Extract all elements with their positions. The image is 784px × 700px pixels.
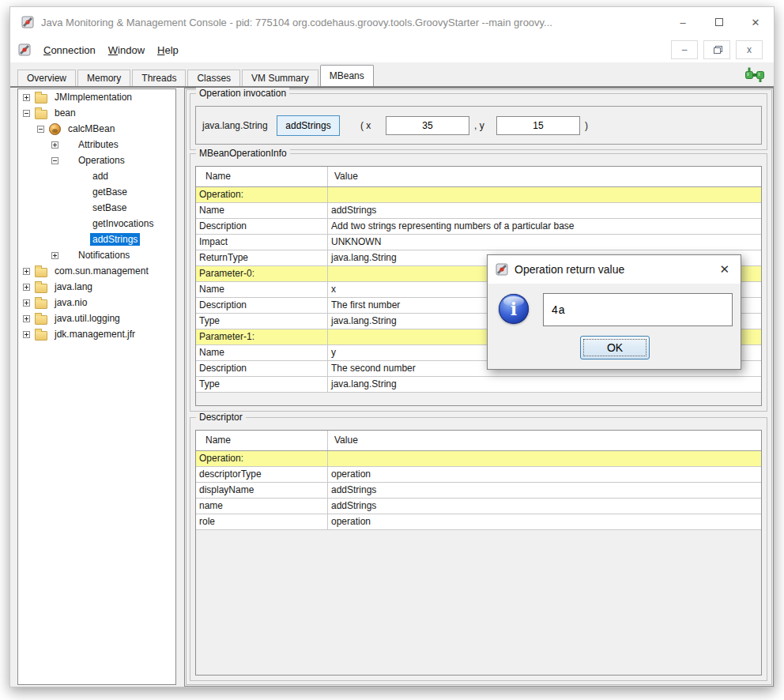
cell-value: java.lang.String: [327, 377, 761, 392]
table-row[interactable]: Typejava.lang.String: [196, 377, 761, 393]
tree-item-label: java.nio: [52, 296, 89, 309]
cell-value: Add two strings representing numbers of …: [327, 219, 761, 234]
dialog-close-icon[interactable]: ✕: [719, 262, 729, 277]
table-row[interactable]: DescriptionAdd two strings representing …: [196, 219, 761, 235]
tree-item-java-nio[interactable]: java.nio: [18, 295, 175, 310]
menu-connection[interactable]: Connection: [43, 44, 96, 56]
tree-item-java-lang[interactable]: java.lang: [18, 279, 175, 295]
table-row[interactable]: Operation:: [196, 451, 761, 467]
menu-window[interactable]: Window: [108, 44, 145, 56]
tree-item-setbase[interactable]: setBase: [18, 200, 175, 216]
tree-item-getbase[interactable]: getBase: [18, 184, 175, 200]
cell-name: ReturnType: [196, 250, 327, 265]
tab-classes[interactable]: Classes: [187, 70, 240, 86]
expand-toggle-icon[interactable]: [51, 252, 58, 259]
folder-icon: [35, 268, 47, 277]
table-row[interactable]: roleoperation: [196, 514, 761, 530]
mbean-tree[interactable]: JMImplementationbeancalcMBeanAttributesO…: [17, 88, 176, 685]
expand-toggle-icon[interactable]: [23, 315, 30, 322]
tree-item-attributes[interactable]: Attributes: [18, 137, 175, 152]
tab-overview[interactable]: Overview: [17, 70, 76, 86]
tree-item-notifications[interactable]: Notifications: [18, 247, 175, 263]
jconsole-app-icon: [496, 263, 508, 276]
frame-restore-button[interactable]: [703, 40, 730, 59]
tree-item-label: java.util.logging: [52, 312, 122, 325]
jconsole-app-icon: [18, 43, 31, 56]
table-row[interactable]: nameaddStrings: [196, 499, 761, 514]
collapse-toggle-icon[interactable]: [37, 126, 44, 133]
cell-name: Description: [196, 361, 327, 376]
operation-return-value-dialog: Operation return value ✕ i OK: [487, 254, 741, 370]
maximize-button[interactable]: [701, 7, 737, 37]
tree-item-add[interactable]: add: [18, 168, 175, 184]
param-x-input[interactable]: [386, 116, 469, 135]
tree-item-addstrings[interactable]: addStrings: [18, 231, 175, 247]
folder-icon: [35, 110, 47, 119]
close-button[interactable]: ✕: [737, 7, 774, 37]
tree-item-getinvocations[interactable]: getInvocations: [18, 216, 175, 231]
cell-name: Impact: [196, 235, 327, 250]
tree-item-label: bean: [52, 107, 78, 119]
cell-value: operation: [327, 514, 761, 529]
expand-toggle-icon[interactable]: [23, 284, 30, 291]
tree-item-label: com.sun.management: [52, 265, 151, 277]
folder-icon: [35, 299, 47, 309]
descriptor-group: Descriptor Name Value Operation:descript…: [190, 417, 767, 681]
tree-item-com-sun-management[interactable]: com.sun.management: [18, 263, 175, 279]
tree-item-java-util-logging[interactable]: java.util.logging: [18, 310, 175, 326]
expand-toggle-icon[interactable]: [23, 299, 30, 307]
return-value-field[interactable]: [543, 293, 733, 326]
cell-name: Parameter-0:: [196, 266, 327, 281]
tree-item-calcmbean[interactable]: calcMBean: [18, 121, 175, 137]
tree-item-label: Notifications: [76, 249, 132, 262]
operation-invocation-group: Operation invocation java.lang.String ad…: [190, 93, 767, 150]
column-header-value[interactable]: Value: [327, 431, 761, 450]
table-row[interactable]: descriptorTypeoperation: [196, 467, 761, 483]
tab-memory[interactable]: Memory: [77, 70, 130, 86]
cell-name: role: [196, 514, 327, 529]
tree-item-bean[interactable]: bean: [18, 105, 175, 121]
expand-toggle-icon[interactable]: [23, 94, 30, 101]
table-header: Name Value: [196, 431, 761, 451]
tree-item-jmimplementation[interactable]: JMImplementation: [18, 89, 175, 105]
table-row[interactable]: NameaddStrings: [196, 203, 761, 219]
column-header-name[interactable]: Name: [196, 431, 327, 450]
jconsole-app-icon: [21, 16, 34, 28]
tree-item-jdk-management-jfr[interactable]: jdk.management.jfr: [18, 326, 175, 342]
table-row[interactable]: displayNameaddStrings: [196, 483, 761, 499]
menu-help[interactable]: Help: [157, 44, 179, 56]
mbean-detail-panel: Operation invocation java.lang.String ad…: [184, 88, 774, 687]
dialog-body: i OK: [488, 284, 741, 370]
tab-threads[interactable]: Threads: [132, 70, 186, 86]
param-y-input[interactable]: [496, 116, 580, 135]
expand-toggle-icon[interactable]: [23, 268, 30, 275]
table-row[interactable]: ImpactUNKNOWN: [196, 235, 761, 250]
expand-toggle-icon[interactable]: [51, 141, 58, 149]
invoke-operation-button[interactable]: addStrings: [277, 115, 340, 136]
expand-toggle-icon[interactable]: [23, 331, 30, 338]
cell-name: Type: [196, 314, 327, 329]
tree-item-label: JMImplementation: [52, 91, 134, 103]
cell-value: addStrings: [327, 203, 761, 218]
table-header: Name Value: [196, 167, 761, 187]
tab-vm-summary[interactable]: VM Summary: [242, 70, 318, 86]
column-header-value[interactable]: Value: [327, 167, 761, 186]
minimize-button[interactable]: –: [665, 7, 701, 37]
cell-name: Description: [196, 219, 327, 234]
cell-value: operation: [327, 467, 761, 482]
collapse-toggle-icon[interactable]: [23, 110, 30, 117]
folder-icon: [35, 284, 47, 293]
mbean-icon: [49, 123, 61, 135]
tree-item-label: Operations: [76, 154, 127, 167]
menu-bar: Connection Window Help – x: [10, 37, 774, 62]
column-header-name[interactable]: Name: [196, 167, 327, 186]
group-title: Descriptor: [196, 412, 246, 423]
ok-button[interactable]: OK: [580, 336, 650, 359]
frame-minimize-button[interactable]: –: [671, 40, 698, 59]
tab-mbeans[interactable]: MBeans: [320, 65, 374, 86]
collapse-toggle-icon[interactable]: [51, 157, 58, 164]
tree-item-operations[interactable]: Operations: [18, 152, 175, 168]
frame-close-button[interactable]: x: [736, 40, 763, 59]
tree-item-label: add: [90, 170, 111, 183]
table-row[interactable]: Operation:: [196, 187, 761, 203]
